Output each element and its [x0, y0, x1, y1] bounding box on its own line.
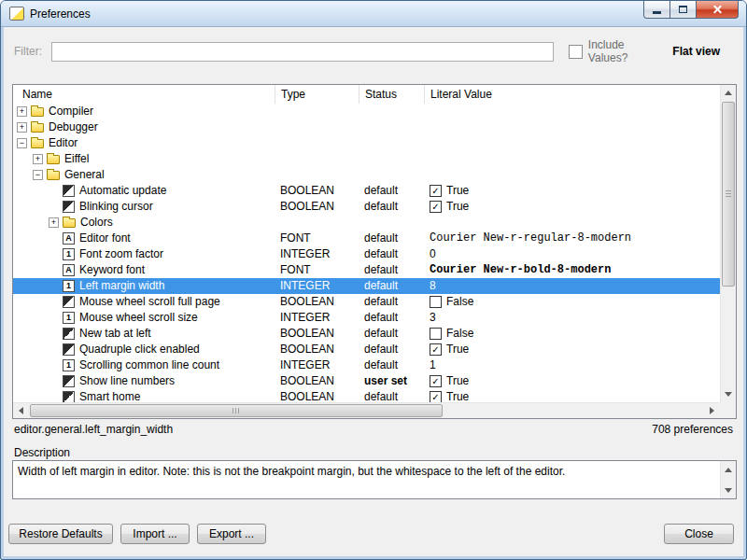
- preference-status: default: [359, 389, 424, 402]
- tree-cell-name: 1Scrolling common line count: [13, 357, 275, 373]
- collapse-icon[interactable]: −: [17, 138, 27, 148]
- value-label: True: [446, 342, 469, 357]
- integer-pref-icon: 1: [63, 280, 75, 292]
- close-button[interactable]: [697, 1, 739, 19]
- scroll-left-button[interactable]: [13, 403, 29, 418]
- preference-value: [424, 135, 720, 151]
- preference-status: default: [359, 310, 424, 326]
- column-header-type[interactable]: Type: [275, 85, 359, 104]
- tree-row[interactable]: Show line numbersBOOLEANuser set✓True: [13, 373, 720, 389]
- arrow-right-icon: [710, 407, 714, 414]
- preference-status: default: [359, 357, 424, 373]
- import-button[interactable]: Import ...: [120, 524, 190, 544]
- arrow-up-icon: [725, 468, 732, 472]
- value-checkbox[interactable]: ✓: [430, 391, 442, 402]
- preference-value: ✓True: [424, 342, 720, 357]
- preference-status: default: [359, 199, 424, 215]
- value-checkbox[interactable]: [430, 328, 442, 340]
- preference-name: Keyword font: [79, 262, 145, 278]
- preference-type: [275, 167, 359, 183]
- flat-view-button[interactable]: Flat view: [667, 43, 726, 60]
- column-header-literal-value[interactable]: Literal Value: [424, 85, 720, 104]
- tree-row[interactable]: 1Font zoom factorINTEGERdefault0: [13, 246, 720, 262]
- tree-row[interactable]: 1Left margin widthINTEGERdefault8: [13, 278, 720, 294]
- vertical-scroll-thumb[interactable]: [722, 102, 735, 287]
- description-scroll-down-button[interactable]: [721, 483, 736, 497]
- preference-status: default: [359, 231, 424, 246]
- horizontal-scrollbar[interactable]: [13, 402, 720, 418]
- preference-value: Courier New-r-regular-8-modern: [424, 231, 720, 246]
- preference-status: default: [359, 262, 424, 278]
- preference-status: default: [359, 342, 424, 357]
- preference-name: Mouse wheel scroll size: [79, 310, 198, 326]
- expand-icon[interactable]: +: [33, 154, 43, 164]
- scroll-up-button[interactable]: [721, 85, 736, 101]
- titlebar[interactable]: Preferences: [1, 1, 746, 27]
- client-area: Filter: Include Values? Flat view Name T…: [4, 27, 743, 556]
- scroll-down-button[interactable]: [721, 386, 736, 402]
- tree-row[interactable]: +Colors: [13, 215, 720, 231]
- description-scrollbar[interactable]: [720, 461, 736, 498]
- minimize-button[interactable]: [643, 1, 670, 19]
- expand-icon[interactable]: +: [49, 217, 59, 228]
- export-button[interactable]: Export ...: [197, 524, 266, 544]
- tree-row[interactable]: Smart homeBOOLEANdefault✓True: [13, 389, 720, 402]
- description-scroll-up-button[interactable]: [721, 462, 736, 477]
- maximize-button[interactable]: [670, 1, 697, 19]
- tree-cell-name: Mouse wheel scroll full page: [13, 294, 275, 310]
- preference-status: default: [359, 326, 424, 342]
- arrow-left-icon: [19, 407, 23, 414]
- tree-row[interactable]: +Compiler: [13, 104, 720, 119]
- value-label: False: [446, 294, 473, 310]
- value-checkbox[interactable]: [430, 296, 442, 308]
- close-dialog-button[interactable]: Close: [664, 524, 734, 544]
- tree-row[interactable]: +Eiffel: [13, 151, 720, 167]
- preference-status: user set: [359, 373, 424, 389]
- tree-row[interactable]: −General: [13, 167, 720, 183]
- preference-type: [275, 119, 359, 135]
- tree-row[interactable]: +Debugger: [13, 119, 720, 135]
- preference-type: BOOLEAN: [275, 294, 359, 310]
- preference-value: 8: [424, 278, 720, 294]
- arrow-down-icon: [725, 392, 732, 397]
- preference-status: [359, 119, 424, 135]
- vertical-scrollbar[interactable]: [720, 85, 736, 402]
- boolean-pref-icon: [63, 201, 75, 213]
- value-text: 8: [430, 278, 436, 294]
- preference-value: [424, 151, 720, 167]
- column-header-status[interactable]: Status: [359, 85, 424, 104]
- tree-cell-name: +Debugger: [13, 119, 275, 135]
- value-checkbox[interactable]: ✓: [430, 343, 442, 356]
- include-values-checkbox[interactable]: [569, 45, 583, 59]
- preference-type: BOOLEAN: [275, 342, 359, 357]
- value-checkbox[interactable]: ✓: [430, 375, 442, 387]
- restore-defaults-button[interactable]: Restore Defaults: [8, 524, 113, 544]
- column-header-name[interactable]: Name: [13, 85, 275, 104]
- expand-icon[interactable]: +: [17, 122, 27, 133]
- tree-row[interactable]: 1Scrolling common line countINTEGERdefau…: [13, 357, 720, 373]
- filter-input[interactable]: [51, 42, 554, 62]
- tree-row[interactable]: AKeyword fontFONTdefaultCourier New-r-bo…: [13, 262, 720, 278]
- font-pref-icon: A: [63, 264, 75, 276]
- collapse-icon[interactable]: −: [33, 170, 43, 180]
- preference-value: False: [424, 294, 720, 310]
- tree-row[interactable]: Blinking cursorBOOLEANdefault✓True: [13, 199, 720, 215]
- horizontal-scroll-thumb[interactable]: [30, 404, 443, 417]
- preference-type: INTEGER: [275, 357, 359, 373]
- tree-row[interactable]: −Editor: [13, 135, 720, 151]
- tree-row[interactable]: 1Mouse wheel scroll sizeINTEGERdefault3: [13, 310, 720, 326]
- tree-cell-name: +Compiler: [13, 104, 275, 119]
- expand-icon[interactable]: +: [17, 106, 27, 117]
- value-checkbox[interactable]: ✓: [430, 185, 442, 197]
- tree-row[interactable]: AEditor fontFONTdefaultCourier New-r-reg…: [13, 231, 720, 246]
- preference-type: [275, 151, 359, 167]
- tree-cell-name: Show line numbers: [13, 373, 275, 389]
- value-checkbox[interactable]: ✓: [430, 201, 442, 213]
- tree-row[interactable]: New tab at leftBOOLEANdefaultFalse: [13, 326, 720, 342]
- preference-name: Scrolling common line count: [79, 357, 219, 373]
- tree-row[interactable]: Automatic updateBOOLEANdefault✓True: [13, 183, 720, 199]
- tree-row[interactable]: Quadruple click enabledBOOLEANdefault✓Tr…: [13, 342, 720, 357]
- tree-row[interactable]: Mouse wheel scroll full pageBOOLEANdefau…: [13, 294, 720, 310]
- scroll-right-button[interactable]: [704, 403, 720, 418]
- preference-name: Editor: [49, 135, 78, 151]
